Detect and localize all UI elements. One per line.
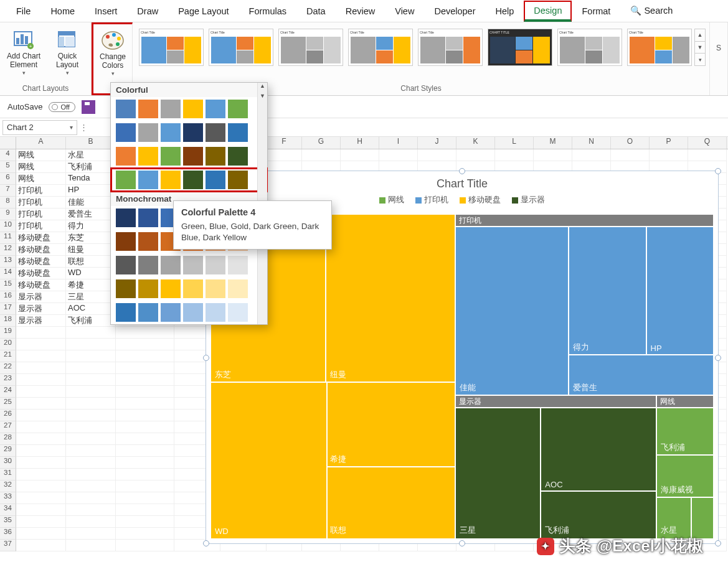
- row-header[interactable]: 14: [0, 268, 16, 279]
- cell[interactable]: [16, 516, 66, 528]
- cell[interactable]: [116, 457, 174, 469]
- cell[interactable]: HP: [66, 185, 116, 197]
- cell[interactable]: [116, 398, 174, 410]
- cell[interactable]: 移动硬盘: [16, 268, 66, 279]
- cell[interactable]: [116, 469, 174, 480]
- cell[interactable]: [341, 149, 379, 161]
- palette-option[interactable]: [111, 253, 267, 277]
- treemap-leaf[interactable]: AOC: [541, 407, 656, 491]
- cell[interactable]: 移动硬盘: [16, 232, 66, 244]
- legend-item[interactable]: 显示器: [512, 194, 545, 205]
- row-header[interactable]: 12: [0, 244, 16, 256]
- cell[interactable]: [66, 433, 116, 445]
- cell[interactable]: [16, 410, 66, 421]
- cell[interactable]: 联想: [66, 256, 116, 268]
- cell[interactable]: [66, 339, 116, 350]
- cell[interactable]: [116, 540, 174, 551]
- cell[interactable]: [16, 327, 66, 339]
- column-header[interactable]: K: [456, 137, 495, 149]
- cell[interactable]: 打印机: [16, 185, 66, 197]
- cell[interactable]: [66, 410, 116, 421]
- chart-style-thumb[interactable]: Chart Title: [348, 29, 413, 66]
- cell[interactable]: AOC: [66, 303, 116, 315]
- row-header[interactable]: 30: [0, 457, 16, 469]
- cell[interactable]: [116, 421, 174, 433]
- cell[interactable]: [116, 339, 174, 350]
- row-header[interactable]: 5: [0, 161, 16, 173]
- column-header[interactable]: N: [572, 137, 611, 149]
- chart-style-thumb[interactable]: Chart Title: [557, 29, 622, 66]
- cell[interactable]: 显示器: [16, 315, 66, 327]
- treemap-leaf[interactable]: 海康威视: [657, 456, 713, 498]
- column-header[interactable]: I: [379, 137, 418, 149]
- cell[interactable]: [572, 149, 611, 161]
- cell[interactable]: [379, 149, 418, 161]
- cell[interactable]: [16, 362, 66, 374]
- cell[interactable]: [302, 149, 341, 161]
- row-header[interactable]: 10: [0, 220, 16, 232]
- row-header[interactable]: 16: [0, 291, 16, 303]
- row-header[interactable]: 29: [0, 445, 16, 457]
- tab-formulas[interactable]: Formulas: [239, 1, 296, 21]
- cell[interactable]: [16, 540, 66, 551]
- cell[interactable]: 爱普生: [66, 209, 116, 220]
- cell[interactable]: [534, 149, 572, 161]
- cell[interactable]: [116, 386, 174, 398]
- cell[interactable]: [16, 374, 66, 386]
- row-header[interactable]: 25: [0, 398, 16, 410]
- tab-view[interactable]: View: [385, 1, 424, 21]
- cell[interactable]: [116, 362, 174, 374]
- cell[interactable]: 移动硬盘: [16, 244, 66, 256]
- cell[interactable]: [16, 457, 66, 469]
- column-header[interactable]: Q: [688, 137, 727, 149]
- row-header[interactable]: 34: [0, 504, 16, 516]
- cell[interactable]: 纽曼: [66, 244, 116, 256]
- cell[interactable]: [66, 362, 116, 374]
- cell[interactable]: Tenda: [66, 173, 116, 185]
- chart-handle[interactable]: [715, 540, 721, 546]
- tab-home[interactable]: Home: [40, 1, 85, 21]
- row-header[interactable]: 6: [0, 173, 16, 185]
- column-header[interactable]: B: [66, 137, 116, 149]
- cell[interactable]: [66, 350, 116, 362]
- cell[interactable]: 网线: [16, 173, 66, 185]
- legend-item[interactable]: 移动硬盘: [460, 194, 501, 205]
- row-header[interactable]: 7: [0, 185, 16, 197]
- cell[interactable]: [66, 516, 116, 528]
- change-colors-button[interactable]: Change Colors ▾: [94, 26, 131, 79]
- cell[interactable]: [66, 480, 116, 492]
- cell[interactable]: [116, 492, 174, 504]
- cell[interactable]: [16, 386, 66, 398]
- cell[interactable]: [66, 457, 116, 469]
- column-header[interactable]: G: [302, 137, 341, 149]
- tab-developer[interactable]: Developer: [424, 1, 485, 21]
- column-header[interactable]: P: [650, 137, 688, 149]
- cell[interactable]: [116, 433, 174, 445]
- row-header[interactable]: 37: [0, 540, 16, 551]
- tab-design[interactable]: Design: [524, 1, 572, 22]
- treemap-leaf[interactable]: 三星: [456, 407, 541, 538]
- row-header[interactable]: 33: [0, 492, 16, 504]
- scroll-down-icon[interactable]: ▼: [258, 93, 267, 103]
- cell[interactable]: [16, 492, 66, 504]
- cell[interactable]: [66, 421, 116, 433]
- treemap-plot[interactable]: 东芝纽曼希捷联想WD打印机佳能得力HP爱普生显示器三星AOC飞利浦网线飞利浦海康…: [211, 215, 713, 538]
- row-header[interactable]: 17: [0, 303, 16, 315]
- gallery-spinner[interactable]: ▲ ▼ ▾: [694, 29, 706, 66]
- cell[interactable]: [688, 149, 727, 161]
- palette-option[interactable]: [111, 277, 267, 301]
- cell[interactable]: WD: [66, 268, 116, 279]
- chart-style-gallery[interactable]: Chart TitleChart TitleChart TitleChart T…: [136, 25, 694, 71]
- row-header[interactable]: 23: [0, 374, 16, 386]
- treemap-leaf[interactable]: 得力: [569, 226, 647, 355]
- chart-style-thumb[interactable]: Chart Title: [627, 29, 692, 66]
- row-header[interactable]: 4: [0, 149, 16, 161]
- quick-layout-button[interactable]: Quick Layout ▾: [47, 25, 87, 78]
- add-chart-element-button[interactable]: + Add Chart Element ▾: [4, 25, 44, 78]
- treemap-leaf[interactable]: 联想: [326, 467, 456, 538]
- treemap-leaf[interactable]: 飞利浦: [657, 407, 713, 456]
- chart-handle[interactable]: [715, 355, 721, 361]
- cell[interactable]: [66, 398, 116, 410]
- palette-option[interactable]: [111, 168, 267, 192]
- cell[interactable]: [116, 516, 174, 528]
